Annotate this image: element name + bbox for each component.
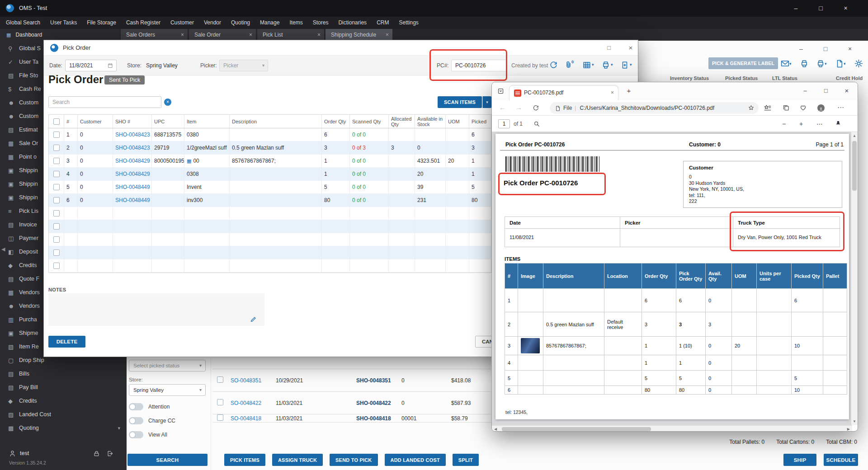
menu-item[interactable]: Cash Register	[121, 17, 165, 29]
row-checkbox[interactable]	[217, 376, 223, 383]
inner-close-button[interactable]	[841, 43, 859, 54]
tab-close-icon[interactable]	[249, 29, 252, 41]
refresh-icon[interactable]	[533, 105, 539, 111]
chevron-down-icon[interactable]	[611, 62, 613, 67]
mail-icon[interactable]	[781, 59, 792, 68]
tab-dashboard[interactable]: Dashboard	[0, 29, 119, 41]
menu-item[interactable]: CRM	[372, 17, 394, 29]
picker-select[interactable]: Picker	[219, 60, 268, 71]
tab[interactable]: Sale Order	[189, 29, 256, 41]
export-icon[interactable]	[621, 61, 629, 69]
print-icon[interactable]	[816, 59, 827, 68]
forward-button[interactable]	[515, 103, 522, 111]
collections-icon[interactable]	[783, 104, 789, 111]
date-input[interactable]: 11/8/2021	[65, 60, 117, 71]
row-checkbox[interactable]	[217, 399, 223, 405]
table-row[interactable]	[49, 220, 491, 233]
table-row[interactable]: 3 0 SHO-0048429 8000500195 ▦00 857678678…	[49, 155, 491, 168]
menu-item[interactable]: Customer	[165, 17, 199, 29]
notes-textarea[interactable]	[48, 293, 264, 326]
tab-close-icon[interactable]	[181, 29, 184, 41]
dialog-maximize-button[interactable]	[600, 40, 618, 56]
browser-maximize-button[interactable]	[816, 82, 835, 99]
delete-button[interactable]: DELETE	[48, 336, 85, 348]
inner-maximize-button[interactable]	[816, 43, 835, 54]
table-row[interactable]: 6 0 SHO-0048449 inv300 80 0 of 0 231 80	[49, 194, 491, 207]
chevron-down-icon[interactable]	[630, 62, 632, 67]
toggle-switch[interactable]	[129, 417, 143, 424]
tab-close-icon[interactable]	[611, 86, 614, 100]
menu-item[interactable]: User Tasks	[45, 17, 82, 29]
gear-icon[interactable]	[854, 59, 863, 68]
pc-number-field[interactable]: PC-0010726	[451, 60, 507, 71]
action-button[interactable]: SPLIT	[453, 454, 479, 466]
tab-search-icon[interactable]	[497, 88, 504, 94]
minimize-button[interactable]	[783, 0, 808, 17]
chevron-down-icon[interactable]	[592, 62, 594, 67]
logout-icon[interactable]	[107, 450, 113, 457]
pdf-horizontal-scrollbar[interactable]	[492, 425, 852, 432]
menu-item[interactable]: Items	[284, 17, 307, 29]
search-input[interactable]: Search	[48, 96, 161, 108]
favorite-star-icon[interactable]	[748, 105, 754, 111]
inner-minimize-button[interactable]	[792, 43, 810, 54]
order-row[interactable]: SO-0048351 10/29/2021 SHO-0048351 0 $418…	[212, 369, 491, 392]
zoom-out-button[interactable]	[782, 116, 786, 132]
row-checkbox[interactable]	[53, 197, 60, 203]
scroll-left-arrow[interactable]	[494, 427, 497, 431]
scrollbar-thumb[interactable]	[852, 141, 857, 191]
menu-item[interactable]: Global Search	[1, 17, 45, 29]
sho-link[interactable]: SHO-0048423	[115, 132, 150, 138]
browser-tab[interactable]: PC-0010726.pdf	[509, 85, 618, 100]
browser-minimize-button[interactable]	[796, 82, 815, 99]
menu-item[interactable]: Settings	[394, 17, 423, 29]
scan-items-dropdown[interactable]	[482, 96, 491, 108]
scrollbar-thumb[interactable]	[502, 427, 651, 431]
tab[interactable]: Shipping Schedule	[326, 29, 392, 41]
sho-link[interactable]: SHO-0048423	[115, 145, 150, 151]
favorites-bar-icon[interactable]	[764, 104, 771, 112]
action-button[interactable]: SEND TO PICK	[330, 454, 377, 466]
table-row[interactable]	[49, 259, 491, 273]
sho-link[interactable]: SHO-0048449	[115, 197, 150, 203]
row-checkbox[interactable]	[53, 145, 60, 151]
table-row[interactable]	[49, 207, 491, 220]
page-number-input[interactable]: 1	[498, 119, 510, 128]
menu-item[interactable]: Manage	[255, 17, 284, 29]
action-button[interactable]: PICK ITEMS	[224, 454, 265, 466]
search-button[interactable]: SEARCH	[127, 454, 208, 466]
dialog-close-button[interactable]	[622, 40, 640, 56]
row-checkbox[interactable]	[53, 158, 60, 164]
row-checkbox[interactable]	[53, 132, 60, 138]
order-row[interactable]: SO-0048422 11/03/2021 SHO-0048422 0 $587…	[212, 392, 491, 414]
sidebar-item[interactable]: ◆ Credits	[0, 394, 127, 408]
print-preview-icon[interactable]	[800, 59, 808, 68]
sidebar-item[interactable]: ▨ Landed Cost	[0, 408, 127, 421]
row-checkbox[interactable]	[53, 210, 60, 216]
sidebar-item[interactable]: ▤ Pay Bill	[0, 381, 127, 394]
row-checkbox[interactable]	[53, 171, 60, 177]
store-select[interactable]: Spring Valley	[129, 384, 206, 396]
table-row[interactable]: 4 0 SHO-0048429 0308 1 0 of 0 20 1	[49, 168, 491, 181]
table-row[interactable]: 1 0 SHO-0048423 688713575 0380 6 0 of 0 …	[49, 128, 491, 141]
toggle[interactable]: View All	[129, 428, 175, 442]
new-tab-button[interactable]	[622, 82, 636, 99]
grid-view-icon[interactable]	[583, 61, 591, 69]
menu-item[interactable]: Dictionaries	[333, 17, 372, 29]
sho-link[interactable]: SHO-0048429	[115, 171, 150, 177]
clear-search-icon[interactable]	[164, 99, 171, 106]
sale-order-link[interactable]: SO-0048418	[231, 415, 276, 422]
profile-avatar[interactable]	[817, 104, 825, 112]
scroll-up-arrow[interactable]	[853, 134, 856, 138]
row-checkbox[interactable]	[53, 263, 60, 269]
toggle[interactable]: Attention	[129, 400, 175, 414]
zoom-in-button[interactable]	[799, 116, 803, 132]
calendar-icon[interactable]	[108, 63, 113, 68]
table-row[interactable]: 5 0 SHO-0048449 Invent 5 0 of 0 39 5	[49, 181, 491, 194]
print-icon[interactable]	[602, 61, 610, 69]
scroll-down-arrow[interactable]: ▼	[853, 419, 856, 423]
pdf-vertical-scrollbar[interactable]: ▼	[851, 132, 858, 425]
tab-close-icon[interactable]	[317, 29, 321, 41]
schedule-button[interactable]: SCHEDULE	[824, 454, 858, 466]
row-checkbox[interactable]	[53, 184, 60, 190]
